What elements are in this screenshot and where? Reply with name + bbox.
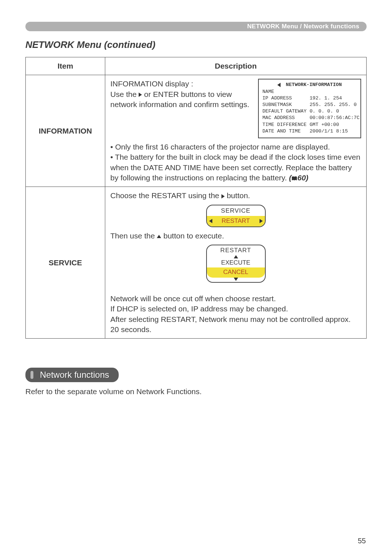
service-line1a: Choose the RESTART using the xyxy=(110,191,221,200)
service-tail-3: After selecting RESTART, Network menu ma… xyxy=(110,314,361,335)
service-line2a: Then use the xyxy=(110,232,157,240)
panel-key: IP ADDRESS xyxy=(262,95,310,102)
row-desc-information: INFORMATION display : Use the or ENTER b… xyxy=(105,75,367,187)
header-breadcrumb-bar: NETWORK Menu / Network functions xyxy=(25,22,367,31)
left-triangle-icon xyxy=(209,219,212,223)
information-bullet-2: • The battery for the built in clock may… xyxy=(110,153,360,182)
up-triangle-icon xyxy=(234,255,238,258)
panel-title: NETWORK-INFORMATION xyxy=(286,82,342,87)
information-lead-title: INFORMATION display : xyxy=(110,79,253,89)
osd-selected-row: RESTART xyxy=(207,216,265,226)
right-triangle-icon xyxy=(260,219,263,223)
panel-val: 255. 255. 255. 0 xyxy=(310,102,357,108)
osd-caption: SERVICE xyxy=(207,205,265,216)
panel-key: SUBNETMASK xyxy=(262,102,310,108)
panel-val: 192. 1. 254 xyxy=(310,95,342,102)
information-lead-1b: or ENTER buttons to view xyxy=(144,90,232,98)
down-triangle-icon xyxy=(234,278,238,281)
row-item-service: SERVICE xyxy=(26,187,105,339)
menu-table: Item Description INFORMATION INFORMATION… xyxy=(25,57,367,339)
col-item: Item xyxy=(26,57,105,75)
section-title: NETWORK Menu (continued) xyxy=(25,39,367,50)
section-pill-network-functions: Network functions xyxy=(25,368,119,382)
right-triangle-icon xyxy=(139,93,142,97)
page-reference-number: 60 xyxy=(297,173,306,182)
row-desc-service: Choose the RESTART using the button. SER… xyxy=(105,187,367,339)
osd2-cancel: CANCEL xyxy=(207,267,265,278)
panel-val: 0. 0. 0. 0 xyxy=(310,108,339,115)
service-line2b: button to execute. xyxy=(163,232,224,240)
information-bullet-1: • Only the first 16 characters of the pr… xyxy=(110,142,361,152)
osd-service-menu: SERVICE RESTART xyxy=(206,205,266,227)
table-row: INFORMATION INFORMATION display : Use th… xyxy=(26,75,367,187)
osd-restart-dialog: RESTART EXECUTE CANCEL xyxy=(206,245,266,283)
page-number: 55 xyxy=(358,537,366,545)
breadcrumb: NETWORK Menu / Network functions xyxy=(247,23,359,30)
service-tail-2: If DHCP is selected on, IP address may b… xyxy=(110,304,361,314)
panel-val: 00:00:87:56:AC:7C xyxy=(310,115,360,121)
information-lead-1a: Use the xyxy=(110,90,139,98)
panel-val: GMT +00:00 xyxy=(310,122,339,128)
service-tail-1: Network will be once cut off when choose… xyxy=(110,294,361,304)
page-reference: (60) xyxy=(289,173,308,182)
osd2-execute: EXECUTE xyxy=(207,258,265,267)
service-line1b: button. xyxy=(227,191,250,200)
right-triangle-icon xyxy=(221,194,225,199)
panel-val: 2000/1/1 8:15 xyxy=(310,128,348,135)
panel-key: NAME xyxy=(262,89,310,95)
up-triangle-icon xyxy=(157,235,161,238)
osd-selected-label: RESTART xyxy=(222,217,250,225)
network-information-panel: NETWORK-INFORMATION NAME IP ADDRESS192. … xyxy=(258,79,361,138)
row-item-information: INFORMATION xyxy=(26,75,105,187)
left-triangle-icon xyxy=(277,83,281,87)
network-functions-note: Refer to the separate volume on Network … xyxy=(25,387,367,396)
osd2-header: RESTART xyxy=(207,245,265,255)
information-lead-2: network information and confirm settings… xyxy=(110,99,253,110)
book-icon xyxy=(291,176,297,181)
panel-key: TIME DIFFERENCE xyxy=(262,122,310,128)
panel-key: DEFAULT GATEWAY xyxy=(262,108,310,115)
table-row: SERVICE Choose the RESTART using the but… xyxy=(26,187,367,339)
col-desc: Description xyxy=(105,57,367,75)
panel-key: MAC ADDRESS xyxy=(262,115,310,121)
panel-key: DATE AND TIME xyxy=(262,128,310,135)
